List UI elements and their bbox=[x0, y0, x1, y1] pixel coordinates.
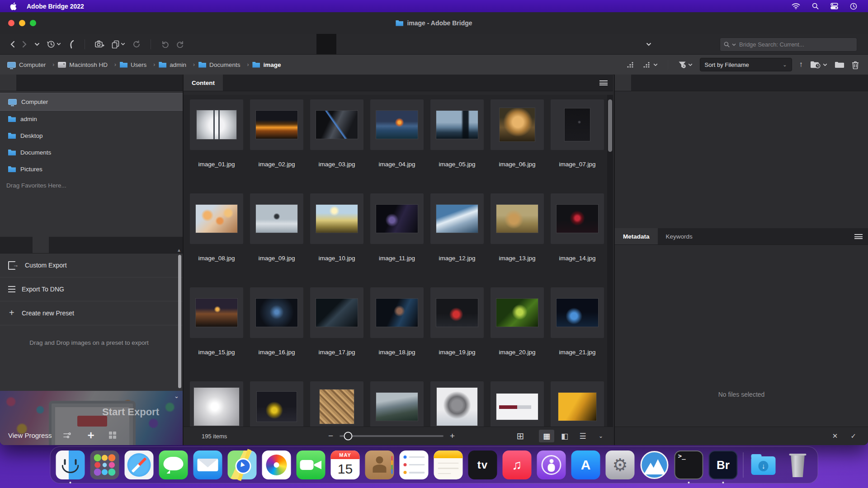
file-item[interactable]: image_04.jpg bbox=[370, 99, 424, 193]
zoom-in-button[interactable]: + bbox=[450, 431, 455, 441]
wifi-icon[interactable] bbox=[792, 3, 800, 9]
thumbnail-cell[interactable] bbox=[430, 193, 484, 244]
close-window-button[interactable] bbox=[8, 20, 14, 26]
thumbnail-cell[interactable] bbox=[551, 381, 604, 427]
workspace-tab[interactable] bbox=[336, 34, 356, 54]
dock-item-finder[interactable] bbox=[56, 450, 85, 479]
thumbnail-cell[interactable] bbox=[310, 193, 363, 244]
file-item[interactable]: image_07.jpg bbox=[551, 99, 604, 193]
thumbnail-cell[interactable] bbox=[430, 381, 484, 427]
file-item[interactable] bbox=[551, 381, 604, 427]
panel-tab[interactable] bbox=[615, 75, 631, 91]
file-item[interactable] bbox=[310, 381, 363, 427]
panel-menu-icon[interactable] bbox=[599, 80, 608, 85]
clock-icon[interactable] bbox=[850, 3, 857, 10]
tab-keywords[interactable]: Keywords bbox=[658, 228, 701, 244]
file-item[interactable] bbox=[190, 381, 243, 427]
recent-locations-chevron[interactable] bbox=[34, 42, 40, 46]
boomerang-icon[interactable] bbox=[68, 40, 75, 49]
thumbnail-cell[interactable] bbox=[310, 99, 363, 150]
details-view-button[interactable]: ◧ bbox=[557, 430, 572, 442]
panel-tab[interactable] bbox=[16, 237, 33, 253]
thumbnail-cell[interactable] bbox=[190, 193, 243, 244]
file-item[interactable]: image_14.jpg bbox=[551, 193, 604, 287]
slider-track[interactable] bbox=[340, 435, 443, 437]
file-item[interactable]: image_02.jpg bbox=[250, 99, 303, 193]
workspace-tab[interactable] bbox=[316, 34, 336, 54]
favorites-item[interactable]: admin bbox=[0, 111, 183, 127]
export-item[interactable]: Custom Export bbox=[0, 253, 183, 277]
thumbnail-cell[interactable] bbox=[491, 193, 544, 244]
file-item[interactable]: image_20.jpg bbox=[491, 287, 544, 381]
favorites-item[interactable]: Computer bbox=[0, 93, 183, 111]
panel-tab[interactable] bbox=[0, 237, 16, 253]
file-item[interactable] bbox=[250, 381, 303, 427]
dock-item-trash[interactable] bbox=[783, 450, 812, 479]
workspace-tab[interactable] bbox=[396, 34, 416, 54]
dock-item-podcasts[interactable] bbox=[537, 450, 566, 479]
thumbnail-cell[interactable] bbox=[370, 381, 424, 427]
file-item[interactable] bbox=[370, 381, 424, 427]
thumbnail-view-button[interactable]: ⊞ bbox=[513, 430, 528, 442]
dock-item-maps[interactable]: ▲ bbox=[228, 450, 257, 479]
thumbnail-cell[interactable] bbox=[430, 99, 484, 150]
thumbnail-cell[interactable] bbox=[551, 287, 604, 338]
app-menu[interactable]: Adobe Bridge 2022 bbox=[27, 3, 84, 10]
file-item[interactable]: image_05.jpg bbox=[430, 99, 484, 193]
add-preset-button[interactable]: + bbox=[87, 428, 94, 442]
scroll-up-icon[interactable]: ▲ bbox=[177, 248, 181, 253]
file-item[interactable]: image_16.jpg bbox=[250, 287, 303, 381]
thumbnail-cell[interactable] bbox=[310, 287, 363, 338]
file-item[interactable]: image_19.jpg bbox=[430, 287, 484, 381]
dock-item-tv[interactable]: tv bbox=[468, 450, 497, 479]
thumbnail-cell[interactable] bbox=[551, 193, 604, 244]
file-item[interactable]: image_03.jpg bbox=[310, 99, 363, 193]
search-icon[interactable] bbox=[812, 3, 819, 9]
undo-button[interactable] bbox=[161, 40, 169, 48]
minimize-window-button[interactable] bbox=[19, 20, 25, 26]
new-folder-button[interactable] bbox=[835, 61, 844, 69]
export-item[interactable]: Export To DNG bbox=[0, 277, 183, 301]
dock-item-contacts[interactable] bbox=[365, 450, 394, 479]
dock-item-facetime[interactable] bbox=[297, 450, 326, 479]
export-item[interactable]: Create new Preset bbox=[0, 301, 183, 325]
delete-trash-button[interactable] bbox=[852, 61, 859, 69]
dock-item-mail[interactable] bbox=[193, 450, 222, 479]
folder-clock-icon[interactable] bbox=[810, 61, 827, 69]
file-item[interactable]: image_21.jpg bbox=[551, 287, 604, 381]
thumbnail-cell[interactable] bbox=[250, 381, 303, 427]
title-bar[interactable]: image - Adobe Bridge bbox=[0, 12, 868, 34]
forward-button[interactable] bbox=[22, 41, 27, 48]
file-item[interactable]: image_12.jpg bbox=[430, 193, 484, 287]
redo-button[interactable] bbox=[176, 40, 184, 48]
panel-tab[interactable] bbox=[49, 237, 65, 253]
panel-tab[interactable] bbox=[631, 75, 647, 91]
favorites-item[interactable]: Documents bbox=[0, 144, 183, 161]
file-item[interactable]: image_08.jpg bbox=[190, 193, 243, 287]
refresh-icon[interactable] bbox=[132, 40, 141, 48]
search-input[interactable] bbox=[738, 41, 853, 48]
zoom-window-button[interactable] bbox=[30, 20, 36, 26]
panel-menu-icon[interactable] bbox=[854, 234, 863, 239]
file-item[interactable]: image_17.jpg bbox=[310, 287, 363, 381]
breadcrumb-item[interactable]: image › bbox=[252, 61, 281, 68]
move-copy-icon[interactable] bbox=[112, 40, 125, 48]
thumbnail-cell[interactable] bbox=[190, 99, 243, 150]
content-scrollbar[interactable] bbox=[607, 95, 613, 427]
control-center-icon[interactable] bbox=[830, 3, 838, 9]
history-icon[interactable] bbox=[47, 40, 61, 48]
workspace-tab[interactable] bbox=[356, 34, 376, 54]
file-item[interactable]: image_06.jpg bbox=[491, 99, 544, 193]
file-item[interactable] bbox=[491, 381, 544, 427]
get-photos-camera-icon[interactable] bbox=[95, 40, 104, 48]
export-scrollbar[interactable] bbox=[178, 255, 181, 388]
dock-item-terminal[interactable]: >_ bbox=[675, 450, 703, 479]
thumbnail-cell[interactable] bbox=[491, 381, 544, 427]
file-item[interactable]: image_13.jpg bbox=[491, 193, 544, 287]
file-item[interactable]: image_10.jpg bbox=[310, 193, 363, 287]
dock-item-downloads-folder[interactable]: ↓ bbox=[749, 450, 778, 479]
breadcrumb-item[interactable]: Documents › bbox=[198, 61, 249, 68]
thumbnail-cell[interactable] bbox=[190, 287, 243, 338]
workspace-tab[interactable] bbox=[376, 34, 396, 54]
list-view-button[interactable]: ☰ bbox=[575, 430, 590, 442]
